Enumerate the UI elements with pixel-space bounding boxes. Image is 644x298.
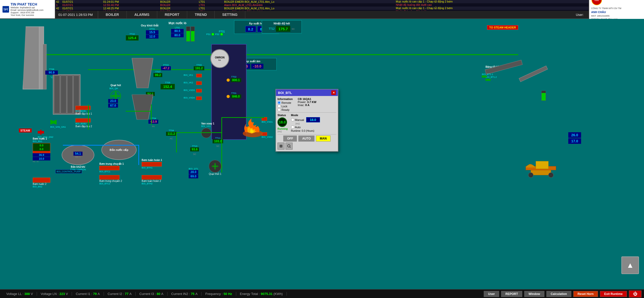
green-bar-r1	[541, 91, 546, 101]
lock-radio[interactable]	[277, 105, 281, 108]
boi-vxd3-label: BOI_VXD3	[184, 89, 195, 91]
boi-vxd4-valve[interactable]	[196, 96, 202, 100]
manual-label: Manual	[295, 118, 304, 121]
tt08-sensor: TT08 90.9 °C	[45, 68, 58, 79]
pipe-h2	[126, 111, 151, 112]
temp-steam-title: Nhiệt độ hơi	[263, 22, 300, 25]
speed-val2: 17.0	[568, 138, 581, 144]
manual-radio[interactable]	[291, 118, 294, 121]
partner-mst: MST: 1801316455	[591, 14, 621, 18]
nav-trend[interactable]: TREND	[187, 11, 215, 18]
pt03-sensor: PT03 -47.2	[161, 64, 171, 70]
report-button[interactable]: REPORT	[501, 291, 522, 297]
alarm-icon	[226, 95, 230, 98]
reset-horn-button[interactable]: Reset Horn	[573, 291, 598, 297]
imac-label: Imac	[298, 104, 304, 107]
svg-rect-24	[280, 145, 282, 147]
energy-val: 9075.31	[261, 292, 272, 296]
current3-item: Current I3 : 80 A	[136, 292, 167, 296]
calculation-button[interactable]: Calculation	[546, 291, 571, 297]
partner-brand: ANH CHÂU	[591, 10, 621, 14]
modal-man-button[interactable]: MAN	[316, 136, 330, 142]
ready-label: Ready	[281, 108, 290, 111]
partner-section: ANH CHÂU CÔNG TY TNHH MTV DV TM ANH CHÂU…	[589, 0, 644, 19]
tt07-val: 99.2	[153, 73, 162, 77]
nav-report[interactable]: REPORT	[157, 11, 187, 18]
boi-vk1-valve[interactable]	[196, 74, 202, 77]
boi-van-gn1-area: BOI_VAN_GN1	[50, 120, 66, 128]
bom-tc1-pump[interactable]	[99, 166, 119, 170]
voltage-ln-item: Voltage LN : 223 V	[37, 292, 72, 296]
svg-rect-13	[40, 130, 42, 131]
mode-label: Mode	[291, 114, 320, 117]
bom-th2-area: Bơm tuần hoàn 2 BOI_BTH2	[142, 175, 162, 185]
muc-nuoc-lo-label: Mực nước lò	[169, 21, 186, 25]
ps-indicators: PS1 PS2	[206, 33, 223, 36]
svg-marker-8	[132, 94, 153, 120]
van-xoay1-circle[interactable]	[201, 128, 211, 138]
bom-nuoc1-pump[interactable]: 0.0 0.0	[33, 143, 50, 153]
nav-alarms[interactable]: ALARMS	[127, 11, 157, 18]
current1-unit: A	[98, 292, 100, 296]
quat-thoi1-circle[interactable]	[209, 160, 221, 173]
remote-label: Remote	[281, 101, 291, 104]
bom-th1-area: Bơm tuần hoàn 1 BOI_BTH1	[142, 159, 162, 169]
fan-thoi-icon	[211, 162, 220, 171]
remote-radio[interactable]	[277, 101, 281, 104]
search-icon	[287, 144, 291, 148]
chimney-ext	[43, 44, 47, 89]
auto-radio[interactable]	[291, 125, 294, 129]
modal-body: Information Remote Lock Ready C	[276, 96, 338, 151]
boi-vk2-valve[interactable]	[196, 81, 202, 85]
bom-nuoc2-pump[interactable]	[33, 178, 50, 183]
pt04-sensor: PT04 -13.9 PA	[148, 117, 158, 128]
tt07-sensor: TT07 99.2	[153, 71, 162, 77]
current2-item: Current I2 : 77 A	[104, 292, 136, 296]
user-button[interactable]: User	[484, 291, 499, 297]
pipe-v2	[151, 105, 152, 125]
nav-boiler[interactable]: BOILER	[98, 11, 127, 18]
bom-tc2-area: Bơm trung chuyển 2 BOI_BTC2	[99, 175, 122, 185]
voltage-ln-val: 223	[59, 292, 65, 296]
bon-khu-khi-area: 54.1 DC □ Bồn khử khí TT09 / OMRON	[62, 145, 94, 171]
speaker-icon	[226, 78, 230, 82]
ready-radio[interactable]	[277, 108, 281, 111]
pipe-v1	[88, 105, 89, 130]
loader-visual	[523, 152, 558, 179]
tt12-label: TT12	[269, 27, 274, 30]
tt02-val: 800.1	[231, 78, 241, 82]
svg-marker-7	[132, 58, 153, 88]
bom-th1-pump[interactable]	[142, 162, 162, 167]
ps2-led	[220, 33, 223, 36]
voltage-ll-unit: V	[31, 292, 33, 296]
fire-visual	[238, 115, 268, 137]
partner-name: CÔNG TY TNHH MTV DV TM	[591, 7, 621, 10]
nav-setting[interactable]: SETTING	[215, 11, 245, 18]
modal-icon-btn-2[interactable]	[286, 143, 293, 150]
tt04-val: 111.2	[166, 132, 177, 136]
bom-tc2-pump[interactable]	[99, 175, 119, 180]
level-indicator-2	[191, 26, 195, 42]
modal-icon-btn-1[interactable]	[277, 143, 285, 150]
boi-vxd3-valve[interactable]	[196, 89, 202, 92]
status-bar: Voltage LL : 388 V Voltage LN : 223 V Cu…	[0, 289, 644, 298]
currentN-label: Current IN2 :	[171, 292, 190, 296]
exit-runtime-button[interactable]: Exit Runtime	[600, 291, 627, 297]
window-button[interactable]: Window	[524, 291, 544, 297]
boi-bdb1-tag: BOI_BDB1	[75, 110, 92, 112]
bom-nuoc-1-area: Bơm nước 1 BOI_BN1 0.0 0.0 36.9 10.0 HC …	[33, 137, 50, 163]
current3-unit: A	[161, 292, 164, 296]
company-website: Website: tinphattech.vpt	[11, 6, 44, 9]
voltage-ll-label: Voltage LL :	[6, 292, 23, 296]
manual-value[interactable]: 18.0	[306, 117, 320, 122]
modal-off-button[interactable]: OFF	[283, 136, 297, 142]
bom-th2-pump[interactable]	[142, 175, 162, 180]
steam-header-label: TO STEAM HEADER	[487, 25, 518, 30]
settings-icon	[279, 144, 283, 148]
power-button[interactable]: ⏻	[629, 290, 641, 297]
modal-auto-button[interactable]: AUTO	[298, 136, 314, 142]
current1-item: Current I1 : 79 A	[72, 292, 104, 296]
scroll-up-button[interactable]: ▲	[621, 256, 639, 274]
modal-close-button[interactable]: ✕	[331, 90, 336, 95]
company-support: Support : 0918 878 239	[11, 11, 44, 14]
